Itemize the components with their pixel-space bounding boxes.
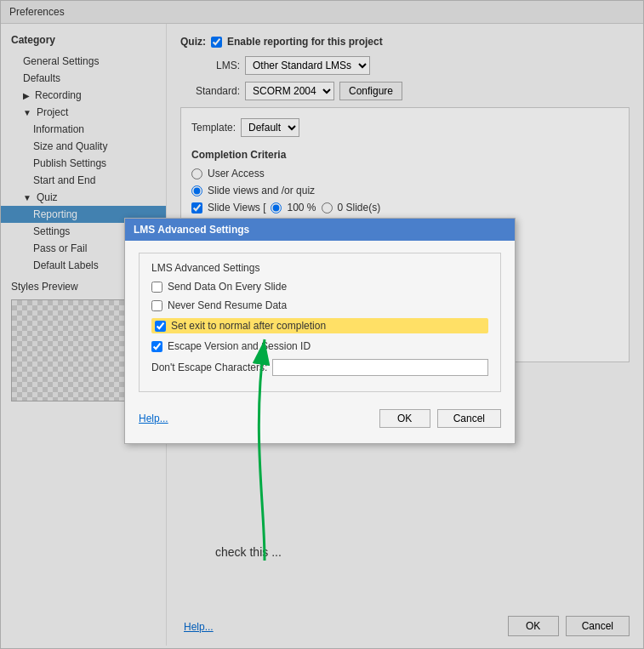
dialog-cancel-button[interactable]: Cancel (437, 409, 501, 428)
dont-escape-label: Don't Escape Characters: (151, 362, 267, 373)
dialog-help-link[interactable]: Help... (139, 406, 168, 428)
escape-version-label: Escape Version and Session ID (168, 340, 311, 352)
send-data-label: Send Data On Every Slide (168, 281, 287, 293)
escape-version-checkbox[interactable] (151, 341, 162, 352)
set-exit-checkbox[interactable] (155, 321, 166, 332)
never-send-row: Never Send Resume Data (151, 299, 488, 311)
dialog-titlebar: LMS Advanced Settings (125, 219, 515, 241)
set-exit-label: Set exit to normal after completion (171, 320, 326, 332)
lms-advanced-settings-dialog: LMS Advanced Settings LMS Advanced Setti… (124, 218, 516, 444)
send-data-checkbox[interactable] (151, 282, 162, 293)
preferences-window: Preferences Category General Settings De… (0, 0, 644, 649)
escape-version-row: Escape Version and Session ID (151, 340, 488, 352)
send-data-row: Send Data On Every Slide (151, 281, 488, 293)
dialog-ok-button[interactable]: OK (379, 409, 430, 428)
never-send-label: Never Send Resume Data (168, 299, 287, 311)
set-exit-row: Set exit to normal after completion (151, 318, 488, 333)
dialog-group-title: LMS Advanced Settings (151, 262, 488, 274)
dont-escape-row: Don't Escape Characters: (151, 359, 488, 376)
dialog-buttons: OK Cancel (379, 402, 501, 431)
dialog-group: LMS Advanced Settings Send Data On Every… (139, 253, 501, 392)
dont-escape-input[interactable] (272, 359, 488, 376)
dialog-content: LMS Advanced Settings Send Data On Every… (125, 241, 515, 443)
never-send-checkbox[interactable] (151, 300, 162, 311)
